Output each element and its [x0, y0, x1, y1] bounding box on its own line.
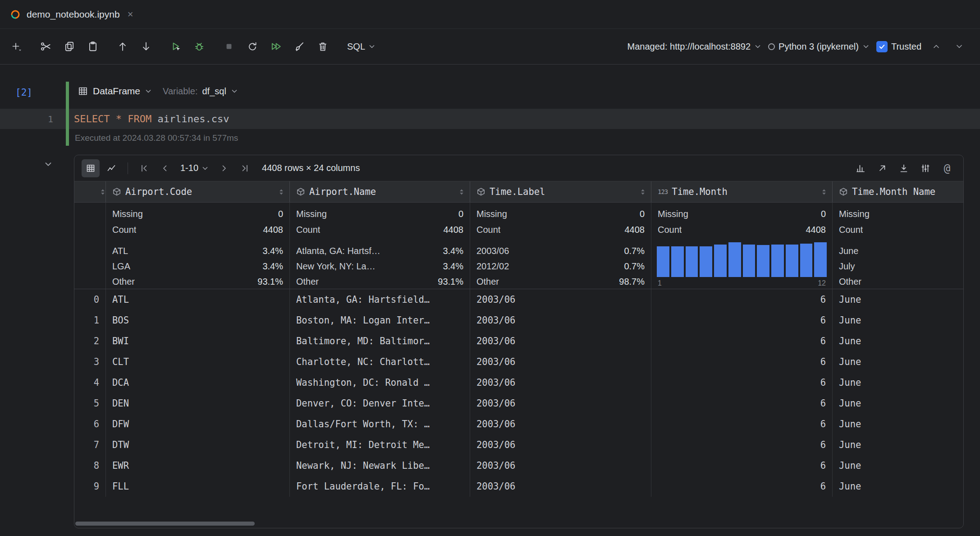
cell-month_name[interactable]: June: [833, 414, 964, 434]
move-cell-down-button[interactable]: [136, 37, 156, 56]
cell-month[interactable]: 6: [651, 351, 833, 372]
cell-month_name[interactable]: June: [833, 331, 964, 351]
cell-label[interactable]: 2003/06: [470, 434, 651, 455]
move-cell-up-button[interactable]: [113, 37, 133, 56]
cell-name[interactable]: Dallas/Fort Worth, TX: …: [290, 414, 470, 434]
cell-month[interactable]: 6: [651, 372, 833, 393]
cell-month[interactable]: 6: [651, 310, 833, 331]
cell-name[interactable]: Detroit, MI: Detroit Me…: [290, 434, 470, 455]
column-header-label[interactable]: Time.Label: [470, 181, 651, 202]
run-all-cells-button[interactable]: [266, 37, 286, 56]
column-header-month_name[interactable]: Time.Month Name: [833, 181, 964, 202]
next-page-button[interactable]: [215, 159, 233, 177]
cell-month_name[interactable]: June: [833, 455, 964, 476]
cell-month_name[interactable]: June: [833, 351, 964, 372]
notebook-tab[interactable]: demo_notebook.ipynb ×: [0, 0, 144, 28]
page-range-selector[interactable]: 1-10: [177, 163, 212, 173]
cell-code[interactable]: BOS: [106, 310, 290, 331]
open-in-new-tab-button[interactable]: [873, 159, 891, 177]
cell-index[interactable]: 1: [74, 310, 106, 331]
add-cell-button[interactable]: [6, 37, 26, 56]
kernel-selector[interactable]: Python 3 (ipykernel): [768, 42, 870, 52]
cell-code[interactable]: ATL: [106, 289, 290, 310]
trusted-checkbox[interactable]: Trusted: [876, 41, 921, 52]
next-cell-button[interactable]: [951, 38, 967, 55]
previous-cell-button[interactable]: [928, 38, 944, 55]
column-settings-button[interactable]: [916, 159, 934, 177]
cell-label[interactable]: 2003/06: [470, 414, 651, 434]
cell-index[interactable]: 8: [74, 455, 106, 476]
copy-cell-button[interactable]: [60, 37, 79, 56]
cell-code[interactable]: DTW: [106, 434, 290, 455]
mention-link-button[interactable]: @: [938, 159, 956, 177]
output-type-selector[interactable]: DataFrame: [93, 86, 140, 97]
debug-cell-button[interactable]: [189, 37, 209, 56]
horizontal-scrollbar[interactable]: [75, 522, 255, 526]
interrupt-kernel-button[interactable]: [219, 37, 239, 56]
table-view-button[interactable]: [82, 159, 100, 177]
cell-index[interactable]: 7: [74, 434, 106, 455]
chevron-down-icon[interactable]: [231, 88, 238, 95]
code-line[interactable]: 1 SELECT * FROM airlines.csv: [0, 109, 980, 129]
cell-month[interactable]: 6: [651, 434, 833, 455]
cut-cell-button[interactable]: [36, 37, 56, 56]
cell-index[interactable]: 0: [74, 289, 106, 310]
delete-cell-button[interactable]: [313, 37, 333, 56]
cell-month_name[interactable]: June: [833, 393, 964, 414]
first-page-button[interactable]: [135, 159, 153, 177]
cell-month[interactable]: 6: [651, 289, 833, 310]
cell-code[interactable]: FLL: [106, 476, 290, 497]
cell-type-selector[interactable]: SQL: [343, 37, 380, 56]
column-header-month[interactable]: 123Time.Month: [651, 181, 833, 202]
cell-month_name[interactable]: June: [833, 289, 964, 310]
cell-code[interactable]: CLT: [106, 351, 290, 372]
cell-name[interactable]: Denver, CO: Denver Inte…: [290, 393, 470, 414]
cell-month_name[interactable]: June: [833, 476, 964, 497]
column-header-index[interactable]: [74, 181, 106, 202]
cell-month[interactable]: 6: [651, 331, 833, 351]
cell-label[interactable]: 2003/06: [470, 393, 651, 414]
clear-outputs-button[interactable]: [289, 37, 309, 56]
cell-name[interactable]: Washington, DC: Ronald …: [290, 372, 470, 393]
open-chart-button[interactable]: [852, 159, 870, 177]
cell-code[interactable]: DCA: [106, 372, 290, 393]
cell-label[interactable]: 2003/06: [470, 289, 651, 310]
cell-month[interactable]: 6: [651, 414, 833, 434]
last-page-button[interactable]: [236, 159, 254, 177]
cell-label[interactable]: 2003/06: [470, 351, 651, 372]
tab-close-icon[interactable]: ×: [126, 9, 135, 20]
cell-name[interactable]: Charlotte, NC: Charlott…: [290, 351, 470, 372]
cell-month_name[interactable]: June: [833, 372, 964, 393]
cell-code[interactable]: BWI: [106, 331, 290, 351]
cell-name[interactable]: Atlanta, GA: Hartsfield…: [290, 289, 470, 310]
sql-code[interactable]: SELECT * FROM airlines.csv: [74, 113, 229, 125]
cell-code[interactable]: EWR: [106, 455, 290, 476]
cell-name[interactable]: Fort Lauderdale, FL: Fo…: [290, 476, 470, 497]
cell-month[interactable]: 6: [651, 476, 833, 497]
cell-label[interactable]: 2003/06: [470, 331, 651, 351]
cell-code[interactable]: DFW: [106, 414, 290, 434]
cell-index[interactable]: 4: [74, 372, 106, 393]
server-selector[interactable]: Managed: http://localhost:8892: [627, 42, 762, 52]
paste-cell-button[interactable]: [83, 37, 103, 56]
cell-month[interactable]: 6: [651, 393, 833, 414]
cell-name[interactable]: Baltimore, MD: Baltimor…: [290, 331, 470, 351]
export-download-button[interactable]: [895, 159, 913, 177]
previous-page-button[interactable]: [156, 159, 174, 177]
cell-month[interactable]: 6: [651, 455, 833, 476]
variable-selector[interactable]: df_sql: [202, 86, 226, 97]
collapse-output-icon[interactable]: [43, 159, 53, 169]
restart-kernel-button[interactable]: [243, 37, 262, 56]
cell-index[interactable]: 6: [74, 414, 106, 434]
cell-label[interactable]: 2003/06: [470, 476, 651, 497]
cell-name[interactable]: Newark, NJ: Newark Libe…: [290, 455, 470, 476]
cell-index[interactable]: 3: [74, 351, 106, 372]
cell-month_name[interactable]: June: [833, 434, 964, 455]
cell-code[interactable]: DEN: [106, 393, 290, 414]
cell-month_name[interactable]: June: [833, 310, 964, 331]
cell-label[interactable]: 2003/06: [470, 310, 651, 331]
checkbox-checked-icon[interactable]: [876, 41, 888, 52]
cell-index[interactable]: 5: [74, 393, 106, 414]
chart-view-button[interactable]: [102, 159, 120, 177]
cell-name[interactable]: Boston, MA: Logan Inter…: [290, 310, 470, 331]
